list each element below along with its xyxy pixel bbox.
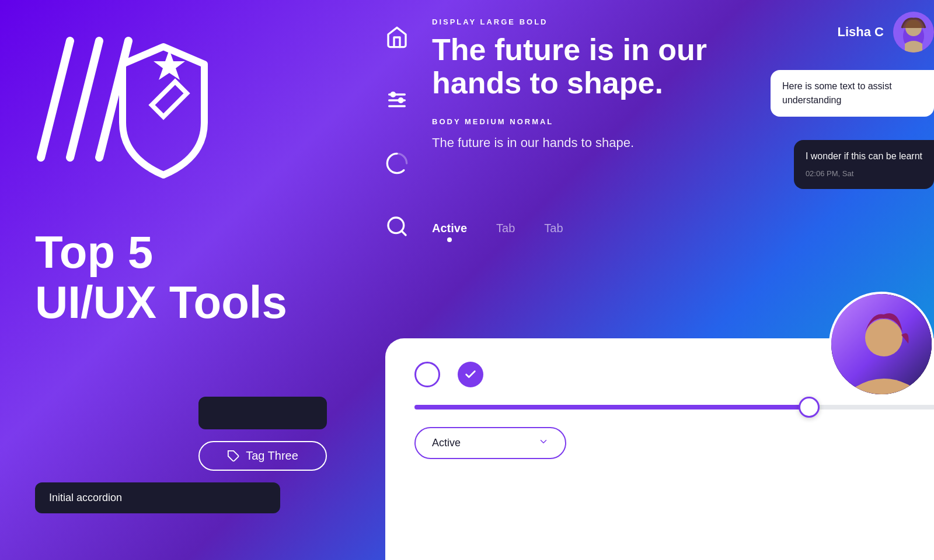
tag-button[interactable]: Tag Three <box>198 441 327 471</box>
brand-logo <box>35 23 222 198</box>
svg-point-16 <box>865 319 902 356</box>
svg-point-7 <box>399 99 403 103</box>
svg-point-5 <box>391 93 395 97</box>
tag-icon <box>227 450 240 463</box>
svg-line-10 <box>402 231 406 235</box>
slider-fill <box>414 405 809 410</box>
chat-bubble-light: Here is some text to assist understandin… <box>771 70 934 117</box>
display-title: The future is in our hands to shape. <box>432 33 712 100</box>
user-profile: Lisha C <box>736 12 934 52</box>
chat-timestamp: 02:06 PM, Sat <box>806 168 922 180</box>
right-section: Display Large Bold The future is in our … <box>432 0 934 560</box>
profile-circle <box>829 292 934 397</box>
slider-row <box>414 405 934 410</box>
dark-button[interactable] <box>198 397 327 429</box>
settings-nav-icon[interactable] <box>383 86 411 114</box>
tabs-section: Active Tab Tab <box>432 222 563 240</box>
select-label: Active <box>432 437 461 449</box>
loading-nav-icon[interactable] <box>383 149 411 177</box>
chat-section: Lisha C Here is some text to assist unde… <box>736 12 934 189</box>
svg-line-1 <box>70 41 99 158</box>
left-section: Top 5 UI/UX Tools Tag Three Initial acco… <box>0 0 374 560</box>
search-nav-icon[interactable] <box>383 212 411 240</box>
tab-active[interactable]: Active <box>432 222 467 240</box>
bottom-controls: Active Button <box>414 427 934 459</box>
body-label: Body Medium Normal <box>432 117 712 126</box>
chat-bubble-dark: I wonder if this can be learnt 02:06 PM,… <box>794 140 934 189</box>
bottom-card: Active Button <box>385 338 934 560</box>
bottom-left-elements: Tag Three Initial accordion <box>35 397 327 513</box>
select-box[interactable]: Active <box>414 427 566 459</box>
display-label: Display Large Bold <box>432 18 712 26</box>
chevron-down-icon <box>538 436 549 450</box>
main-title: Top 5 UI/UX Tools <box>35 228 339 328</box>
logo-area <box>35 23 222 210</box>
body-text: The future is in our hands to shape. <box>432 133 712 152</box>
radio-unchecked[interactable] <box>414 362 440 387</box>
slider-track[interactable] <box>414 405 934 410</box>
home-nav-icon[interactable] <box>383 23 411 51</box>
user-name: Lisha C <box>838 24 884 40</box>
radio-checked[interactable] <box>458 362 483 387</box>
tab-2[interactable]: Tab <box>496 222 515 240</box>
slider-thumb[interactable] <box>799 397 820 418</box>
typography-section: Display Large Bold The future is in our … <box>432 18 712 152</box>
svg-line-0 <box>41 41 70 158</box>
user-avatar <box>893 12 934 52</box>
accordion-item[interactable]: Initial accordion <box>35 482 280 513</box>
tab-3[interactable]: Tab <box>544 222 563 240</box>
